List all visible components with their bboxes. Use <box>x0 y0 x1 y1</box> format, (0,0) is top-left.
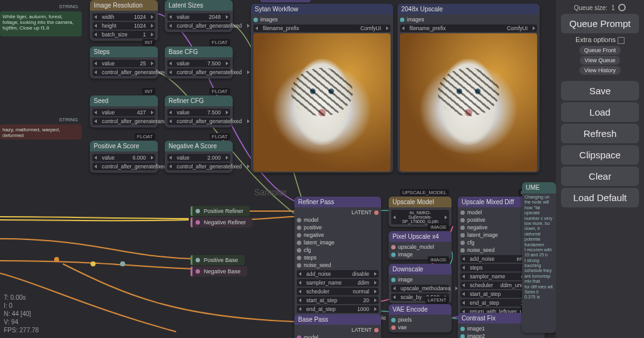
upscale-model-node[interactable]: Upscale Model UPSCALE_MODEL 4x_NMKD-Supe… <box>389 197 452 227</box>
height-row[interactable]: height1024 <box>92 22 155 30</box>
type-badge: FLOAT <box>209 39 230 46</box>
node-title: Pixel Upscale x4 <box>389 231 452 242</box>
param-row[interactable]: sampler_nameddim <box>297 279 379 286</box>
preview2-node[interactable]: 2048x Upscale images filename_prefixComf… <box>397 4 540 173</box>
preview-image[interactable] <box>400 33 537 172</box>
value-row[interactable]: value2.000 <box>167 154 230 161</box>
positive-prompt-text: White tiger, autumn, forest, foliage, lo… <box>3 14 74 31</box>
node-title: Base Pass <box>294 314 381 325</box>
value-row[interactable]: value427 <box>92 109 155 116</box>
ctrl-row[interactable]: control_after_generatefixed <box>92 68 155 76</box>
type-badge: INT <box>142 39 155 46</box>
gear-icon[interactable] <box>618 4 626 11</box>
model-in: model <box>297 334 379 338</box>
width-row[interactable]: width1024 <box>92 13 155 21</box>
ctrl-row[interactable]: control_after_generatefixed <box>167 68 230 76</box>
pixel-upscale-node[interactable]: Pixel Upscale x4 IMAGE upscale_model ima… <box>389 231 452 259</box>
input-port: noise_seed <box>297 261 379 269</box>
queue-size-label: Queue size: <box>574 4 608 11</box>
save-button[interactable]: Save <box>561 81 639 101</box>
view-history-button[interactable]: View History <box>579 66 621 75</box>
clear-button[interactable]: Clear <box>561 166 639 186</box>
queue-prompt-button[interactable]: Queue Prompt <box>561 14 639 33</box>
ctrl-row[interactable]: control_after_generatefixed <box>167 117 230 125</box>
latent-out: LATENT <box>297 326 379 334</box>
node-title: Refiner Pass <box>294 197 381 207</box>
ctrl-row[interactable]: control_after_generatefixed <box>92 163 155 170</box>
preview-image[interactable] <box>253 33 391 172</box>
queue-front-button[interactable]: Queue Front <box>579 46 621 55</box>
model-row[interactable]: 4x_NMKD-Superscale-SP_178000_G.pth <box>391 210 449 224</box>
node-title: Refiner CFG <box>165 95 233 106</box>
reroute-pos-refiner[interactable]: Positive Refiner <box>191 206 250 216</box>
filename-prefix-row[interactable]: filename_prefixComfyUI <box>253 25 391 32</box>
value-row[interactable]: value7.500 <box>167 109 230 116</box>
latent-out: LATENT <box>297 209 379 216</box>
vae-decode-top-node[interactable]: VAE Decode <box>260 0 311 1</box>
images-port: images <box>253 16 391 23</box>
clipspace-button[interactable]: Clipspace <box>561 145 639 165</box>
param-row[interactable]: start_at_step20 <box>297 297 379 304</box>
vae-encode-node[interactable]: VAE Encode LATENT pixels vae <box>389 304 452 332</box>
value-row[interactable]: value2048 <box>167 13 230 21</box>
refiner-pass-node[interactable]: Refiner Pass LATENT modelpositivenegativ… <box>294 197 381 324</box>
type-badge: IMAGE <box>428 256 449 263</box>
ume-note-node[interactable]: UME Changing on the node will how "fai u… <box>522 182 556 333</box>
pos-score-node[interactable]: Positive A Score FLOAT value6.000 contro… <box>90 141 158 173</box>
refresh-button[interactable]: Refresh <box>561 124 639 143</box>
input-port: negative <box>297 231 379 239</box>
node-title: Seed <box>90 95 158 106</box>
node-title: Downscale <box>389 264 452 275</box>
input-port: model <box>297 216 379 224</box>
value-row[interactable]: value6.000 <box>92 154 155 161</box>
queue-size-value: 1 <box>611 4 615 11</box>
ctrl-row[interactable]: control_after_generaterandomize <box>92 117 155 125</box>
type-badge: STRING <box>59 117 78 123</box>
steps-node[interactable]: Steps INT value25 control_after_generate… <box>90 46 158 79</box>
value-row[interactable]: value7.500 <box>167 60 230 67</box>
image-resolution-node[interactable]: Image Resolution LATENT width1024 height… <box>90 0 158 41</box>
control-panel: Queue size: 1 Queue Prompt Extra options… <box>556 0 644 338</box>
param-row[interactable]: schedulernormal <box>297 288 379 295</box>
ctrl-row[interactable]: control_after_generatefixed <box>167 22 230 30</box>
type-badge: INT <box>142 88 155 95</box>
filename-prefix-row[interactable]: filename_prefixComfyUI <box>400 25 537 32</box>
images-port: images <box>400 16 537 23</box>
negative-prompt-node[interactable]: STRING hazy, malformed, warped, deformed <box>0 124 82 139</box>
vae-in: vae <box>391 324 449 331</box>
node-title: Positive A Score <box>90 141 158 151</box>
image2-in: image2 <box>460 332 542 338</box>
param-row[interactable]: add_noisedisable <box>297 270 379 278</box>
reroute-neg-refiner[interactable]: Negative Refiner <box>191 217 252 227</box>
base-pass-node[interactable]: Base Pass LATENT model <box>294 314 381 338</box>
image-in: image <box>391 276 449 283</box>
ctrl-row[interactable]: control_after_generatefixed <box>167 163 230 170</box>
param-row[interactable]: upscale_methodarea <box>391 285 449 292</box>
node-title: Base CFG <box>165 46 233 57</box>
preview1-node[interactable]: Sytan Workflow images filename_prefixCom… <box>251 4 393 173</box>
sampler-label: Sampler <box>254 187 287 197</box>
positive-prompt-node[interactable]: STRING White tiger, autumn, forest, foli… <box>0 11 82 36</box>
view-queue-button[interactable]: View Queue <box>580 56 621 65</box>
upscale-model-in: upscale_model <box>391 243 449 251</box>
value-row[interactable]: value25 <box>92 60 155 67</box>
node-title: Steps <box>90 46 158 57</box>
reroute-pos-base[interactable]: Positive Base <box>191 255 245 265</box>
node-title: 2048x Upscale <box>397 4 540 14</box>
param-row[interactable]: end_at_step1000 <box>297 305 379 313</box>
refiner-cfg-node[interactable]: Refiner CFG FLOAT value7.500 control_aft… <box>165 95 233 128</box>
base-cfg-node[interactable]: Base CFG FLOAT value7.500 control_after_… <box>165 46 233 79</box>
status-readout: T: 0.00s I: 0 N: 44 [40] V: 94 FPS: 277.… <box>4 293 39 334</box>
latent-sizes-node[interactable]: Latent Sizes INT value2048 control_after… <box>165 0 233 32</box>
extra-options-checkbox[interactable] <box>618 37 625 44</box>
pixels-in: pixels <box>391 316 449 324</box>
neg-score-node[interactable]: Negative A Score FLOAT value2.000 contro… <box>165 141 233 173</box>
load-button[interactable]: Load <box>561 102 639 122</box>
seed-node[interactable]: Seed INT value427 control_after_generate… <box>90 95 158 128</box>
load-default-button[interactable]: Load Default <box>561 188 639 207</box>
reroute-neg-base[interactable]: Negative Base <box>191 266 247 276</box>
input-port: positive <box>297 224 379 231</box>
node-title: Image Resolution <box>90 0 158 11</box>
batch-row[interactable]: batch_size1 <box>92 31 155 38</box>
type-badge: FLOAT <box>209 133 230 140</box>
